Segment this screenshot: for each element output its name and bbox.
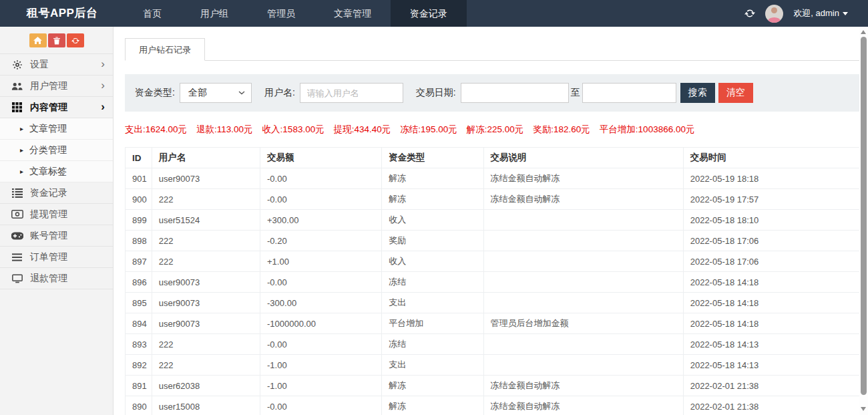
sidebar-item-article-management[interactable]: ▸文章管理: [0, 118, 113, 140]
table-cell: 2022-05-18 14:13: [683, 355, 862, 376]
table-cell: [483, 293, 683, 313]
records-table: ID用户名交易额资金类型交易说明交易时间 901user90073-0.00解冻…: [125, 147, 863, 415]
lines-icon: [11, 253, 23, 261]
username-input[interactable]: [300, 83, 403, 103]
navbar: 租号APP后台 首页用户组管理员文章管理资金记录 欢迎, admin: [0, 0, 868, 27]
sidebar-item-fund-records[interactable]: 资金记录: [0, 182, 113, 204]
list-icon: [11, 188, 23, 198]
tab-bar: 用户钻石记录: [125, 38, 863, 61]
table-cell: [483, 355, 683, 376]
date-to-input[interactable]: [582, 83, 676, 103]
table-row: 894user90073-1000000.00平台增加管理员后台增加金额2022…: [126, 313, 863, 334]
fund-type-value: 全部: [188, 87, 207, 99]
bullet-arrow-icon: ▸: [20, 168, 23, 175]
summary-item: 收入:1583.00元: [262, 124, 324, 134]
refresh-button[interactable]: [67, 33, 84, 47]
table-cell: 冻结: [382, 272, 483, 293]
recycle-icon: [71, 37, 79, 45]
trash-button[interactable]: [48, 33, 65, 47]
table-cell: 解冻: [382, 396, 483, 415]
summary-item: 奖励:182.60元: [533, 124, 590, 134]
table-cell: -1.00: [260, 355, 382, 376]
search-button[interactable]: 搜索: [680, 83, 715, 103]
scrollbar-thumb[interactable]: [861, 37, 867, 395]
sidebar-item-withdraw-management[interactable]: 提现管理: [0, 204, 113, 225]
table-cell: 898: [126, 231, 152, 251]
sidebar-item-label: 资金记录: [30, 187, 67, 199]
nav-item-home[interactable]: 首页: [124, 0, 181, 27]
fund-type-select[interactable]: 全部: [180, 83, 252, 103]
summary-bar: 支出:1624.00元退款:113.00元收入:1583.00元提现:434.4…: [125, 124, 863, 136]
table-cell: 2022-05-18 17:06: [683, 251, 862, 272]
table-cell: -0.20: [260, 231, 382, 251]
sidebar-item-label: 文章管理: [29, 123, 67, 135]
table-cell: -1000000.00: [260, 313, 382, 334]
column-header: 用户名: [152, 148, 260, 168]
tab-label: 用户钻石记录: [139, 45, 191, 55]
table-cell: 895: [126, 293, 152, 313]
bullet-arrow-icon: ▸: [20, 126, 23, 132]
nav-item-article-management[interactable]: 文章管理: [314, 0, 391, 27]
summary-item: 支出:1624.00元: [125, 124, 187, 134]
table-cell: 冻结金额自动解冻: [483, 189, 683, 210]
nav-item-fund-records[interactable]: 资金记录: [391, 0, 467, 27]
table-cell: -0.00: [260, 334, 382, 355]
table-row: 896user90073-0.00冻结2022-05-18 14:18: [126, 272, 863, 293]
sidebar-item-content-management[interactable]: 内容管理›: [0, 97, 113, 118]
sidebar-item-account-management[interactable]: 账号管理: [0, 225, 113, 247]
avatar[interactable]: [765, 5, 783, 23]
table-row: 895user90073-300.00支出2022-05-18 14:18: [126, 293, 863, 313]
table-cell: 901: [126, 168, 152, 189]
chevron-right-icon: ›: [101, 58, 105, 71]
sidebar-menu: 设置›用户管理›内容管理›▸文章管理▸分类管理▸文章标签资金记录提现管理账号管理…: [0, 54, 113, 289]
summary-item: 解冻:225.00元: [467, 124, 524, 134]
sidebar-item-article-tags[interactable]: ▸文章标签: [0, 161, 113, 182]
sidebar-item-refund-management[interactable]: 退款管理: [0, 268, 113, 289]
sidebar-item-user-management[interactable]: 用户管理›: [0, 76, 113, 97]
tab-user-diamond-records[interactable]: 用户钻石记录: [125, 38, 205, 61]
table-cell: 893: [126, 334, 152, 355]
sidebar-item-settings[interactable]: 设置›: [0, 54, 113, 76]
table-cell: 平台增加: [382, 313, 483, 334]
chevron-right-icon: ›: [101, 80, 105, 92]
summary-item: 退款:113.00元: [196, 124, 253, 134]
summary-item: 提现:434.40元: [334, 124, 391, 134]
column-header: ID: [126, 148, 152, 168]
date-from-input[interactable]: [461, 83, 569, 103]
table-cell: 解冻: [382, 168, 483, 189]
navbar-right: 欢迎, admin: [744, 0, 868, 27]
table-cell: 解冻: [382, 189, 483, 210]
monitor-icon: [11, 274, 23, 283]
clear-button[interactable]: 清空: [718, 83, 753, 103]
table-cell: 222: [152, 355, 260, 376]
caret-down-icon: [843, 12, 848, 15]
refresh-icon[interactable]: [744, 8, 755, 19]
nav-item-administrators[interactable]: 管理员: [248, 0, 314, 27]
column-header: 资金类型: [382, 148, 483, 168]
table-row: 893222-0.00冻结2022-05-18 14:13: [126, 334, 863, 355]
table-cell: 2022-02-01 21:38: [683, 376, 862, 396]
table-cell: 894: [126, 313, 152, 334]
scroll-down-arrow-icon[interactable]: [861, 407, 866, 411]
fund-type-label: 资金类型:: [135, 87, 175, 99]
table-cell: 收入: [382, 210, 483, 231]
sidebar-item-category-management[interactable]: ▸分类管理: [0, 140, 113, 161]
table-cell: [483, 210, 683, 231]
money-icon: [11, 210, 23, 219]
column-header: 交易时间: [683, 148, 862, 168]
table-cell: 222: [152, 189, 260, 210]
welcome-text: 欢迎, admin: [793, 7, 839, 19]
scroll-up-arrow-icon[interactable]: [861, 30, 866, 34]
table-cell: 2022-05-18 14:18: [683, 293, 862, 313]
app-title: 租号APP后台: [0, 0, 124, 27]
home-button[interactable]: [29, 33, 47, 47]
nav-item-user-groups[interactable]: 用户组: [181, 0, 248, 27]
table-cell: user90073: [152, 272, 260, 293]
table-cell: 897: [126, 251, 152, 272]
scrollbar: [859, 27, 868, 415]
username-label: 用户名:: [264, 87, 295, 99]
user-menu[interactable]: 欢迎, admin: [793, 7, 848, 19]
sidebar-item-order-management[interactable]: 订单管理: [0, 247, 113, 268]
table-cell: 2022-05-18 14:18: [683, 313, 862, 334]
table-cell: 支出: [382, 355, 483, 376]
